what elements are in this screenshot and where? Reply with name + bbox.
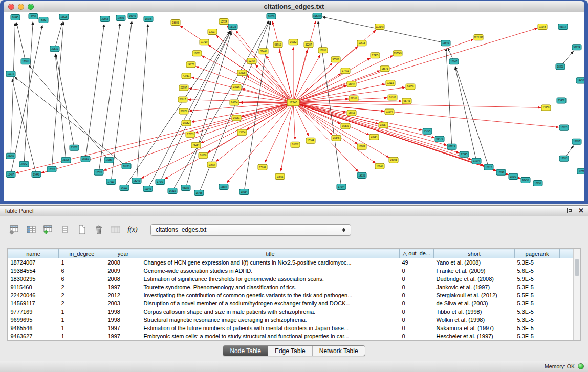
graph-node[interactable]: 16296	[533, 180, 542, 186]
graph-node[interactable]: 96479	[435, 136, 444, 142]
graph-node[interactable]: 16049	[496, 169, 506, 175]
graph-node[interactable]: 18612	[484, 164, 493, 170]
graph-node[interactable]: 1221397	[474, 35, 483, 40]
column-header[interactable]: title	[141, 249, 400, 258]
delete-table-icon[interactable]	[92, 223, 106, 236]
graph-node[interactable]: 16989	[357, 144, 366, 149]
graph-node[interactable]: 17613	[106, 179, 116, 184]
graph-node[interactable]: 96919	[273, 42, 282, 48]
import-table-icon[interactable]	[108, 223, 123, 236]
graph-node[interactable]: 11548	[538, 24, 547, 30]
graph-node[interactable]: 818304	[313, 13, 322, 19]
graph-node[interactable]: 11719	[200, 39, 209, 45]
graph-node[interactable]: 24204	[230, 100, 239, 105]
table-row[interactable]: 2242004622012Investigating the contribut…	[8, 291, 574, 299]
table-row[interactable]: 1872400712008Changes of HCN gene express…	[8, 258, 574, 267]
column-header[interactable]: short	[434, 249, 515, 258]
graph-node[interactable]: 22608	[237, 70, 247, 76]
column-header[interactable]: pagerank	[515, 249, 560, 258]
column-settings-icon[interactable]	[7, 223, 21, 236]
graph-node[interactable]: 95051	[81, 156, 90, 162]
graph-node[interactable]: 92274	[572, 45, 581, 50]
graph-node[interactable]: 17081	[21, 59, 30, 64]
graph-node[interactable]: 10823	[559, 125, 569, 130]
graph-node[interactable]: 18216	[232, 84, 241, 90]
table-row[interactable]: 969969511998Structural magnetic resonanc…	[8, 316, 574, 324]
table-row[interactable]: 946362711997Embryonic stem cells: a mode…	[8, 332, 574, 340]
graph-node[interactable]: 18135	[357, 172, 366, 178]
graph-node[interactable]: 15452	[557, 98, 566, 103]
graph-node[interactable]: 95914	[558, 24, 568, 30]
graph-node[interactable]: 74850	[406, 84, 415, 90]
graph-node[interactable]: 17833	[186, 132, 195, 137]
network-viewport[interactable]: 1694590588782166282066317605160461507615…	[4, 12, 584, 201]
graph-node[interactable]: 97945	[460, 151, 469, 157]
show-columns-icon[interactable]	[24, 223, 38, 236]
graph-node[interactable]: 96185	[181, 185, 190, 190]
graph-node[interactable]: 15345	[332, 135, 341, 141]
tab-edge-table[interactable]: Edge Table	[268, 346, 312, 356]
graph-node[interactable]: 36071	[179, 108, 188, 114]
close-window-button[interactable]	[8, 4, 14, 10]
graph-node[interactable]: 12116	[386, 80, 395, 86]
table-row[interactable]: 1938455462009Genome-wide association stu…	[8, 267, 574, 275]
table-row[interactable]: 1456911722003Disruption of a novel membe…	[8, 299, 574, 308]
graph-node[interactable]: 12697	[572, 139, 581, 144]
graph-node[interactable]: 19372	[6, 71, 15, 77]
graph-node[interactable]: 95582	[331, 57, 340, 62]
graph-node[interactable]: 17544	[337, 184, 346, 189]
graph-node[interactable]: 16093	[389, 157, 398, 163]
graph-node[interactable]: 16319	[168, 188, 177, 193]
graph-node[interactable]: 16061	[232, 115, 241, 121]
close-panel-icon[interactable]: ✕	[578, 207, 584, 214]
graph-node[interactable]: 15738	[194, 190, 204, 195]
graph-node[interactable]: 12103	[559, 156, 569, 161]
graph-node[interactable]: 16647	[449, 59, 459, 64]
graph-node[interactable]: 18293	[556, 64, 565, 70]
graph-node[interactable]: 95379	[341, 123, 350, 129]
graph-node[interactable]: 18123	[122, 163, 131, 169]
graph-node[interactable]: 18957	[379, 122, 388, 128]
graph-node[interactable]: 16382	[291, 142, 300, 147]
graph-node[interactable]: 16106	[199, 152, 208, 158]
graph-node[interactable]: 16061	[192, 51, 202, 56]
graph-node[interactable]: 25206	[61, 157, 71, 163]
graph-node[interactable]: 16047	[347, 81, 356, 87]
graph-node[interactable]: 16162	[388, 95, 397, 100]
tab-network-table[interactable]: Network Table	[312, 346, 365, 356]
graph-node[interactable]: 8782	[39, 17, 48, 23]
graph-node[interactable]: 12046	[143, 186, 153, 191]
graph-node[interactable]: 18487	[6, 171, 15, 177]
graph-node[interactable]: 32207	[304, 42, 313, 48]
graph-node[interactable]: 76254	[191, 142, 201, 148]
new-file-icon[interactable]	[75, 223, 89, 236]
graph-node[interactable]: 15344	[306, 138, 315, 143]
window-titlebar[interactable]: citations_edges.txt	[4, 1, 584, 12]
graph-node[interactable]: 96121	[120, 185, 129, 190]
graph-node[interactable]: 92450	[521, 177, 530, 183]
graph-node[interactable]: 16945	[11, 15, 20, 20]
graph-node[interactable]: 17654	[207, 162, 216, 167]
graph-node[interactable]: 42751	[182, 73, 191, 79]
graph-node[interactable]: 17771	[341, 68, 350, 74]
graph-node[interactable]: 15723	[228, 24, 237, 30]
column-header[interactable]: in_degree	[59, 249, 105, 258]
graph-node[interactable]: 95745	[402, 98, 411, 104]
graph-node[interactable]: 15958	[541, 105, 551, 111]
graph-node[interactable]: 15834	[237, 129, 247, 135]
row-height-icon[interactable]	[58, 223, 72, 236]
table-row[interactable]: 977716911998Corpus callosum shape and si…	[8, 308, 574, 316]
minimize-window-button[interactable]	[18, 4, 24, 10]
graph-node[interactable]: 18543	[509, 173, 518, 179]
graph-node[interactable]: 17643	[156, 179, 165, 184]
graph-node[interactable]: 14453	[576, 78, 584, 83]
graph-node[interactable]: 32161	[349, 96, 358, 101]
graph-node[interactable]: 19613	[357, 40, 366, 46]
graph-node[interactable]: 17485	[371, 53, 380, 58]
graph-node[interactable]: 18575	[380, 66, 389, 72]
table-row[interactable]: 911546021997Tourette syndrome. Phenomeno…	[8, 283, 574, 291]
graph-node[interactable]: 11544	[385, 109, 394, 115]
graph-node[interactable]: 16916	[347, 110, 356, 116]
new-column-icon[interactable]	[41, 223, 55, 236]
graph-node[interactable]: 20531	[50, 46, 59, 52]
